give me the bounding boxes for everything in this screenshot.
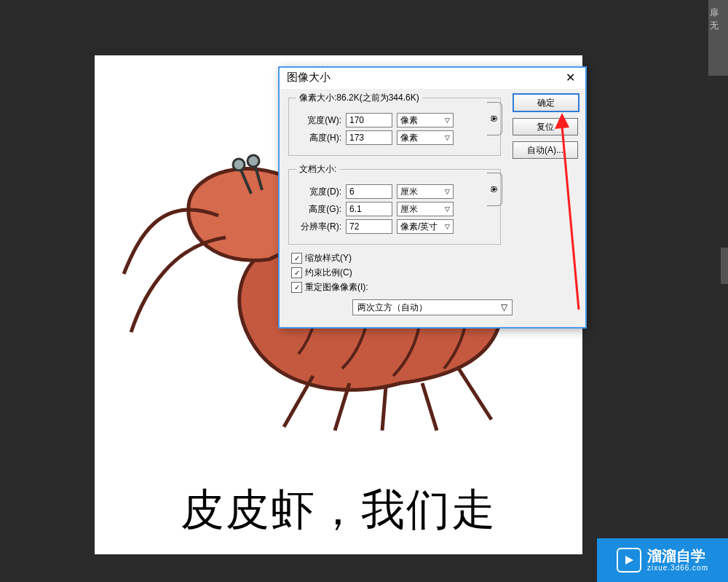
reset-button[interactable]: 复位 [513, 118, 578, 135]
constrain-label: 约束比例(C) [305, 267, 352, 279]
scale-styles-label: 缩放样式(Y) [305, 252, 352, 264]
meme-caption: 皮皮虾，我们走 [95, 481, 582, 540]
panel-text-2: 无 [710, 19, 727, 32]
select-value: 像素 [400, 114, 418, 127]
resample-checkbox[interactable]: ✓ [291, 282, 302, 293]
pixel-height-input[interactable] [346, 130, 392, 145]
doc-width-unit-select[interactable]: 厘米 ▽ [397, 184, 454, 199]
close-icon[interactable]: ✕ [563, 71, 578, 84]
watermark-brand: 溜溜自学 [647, 548, 708, 563]
svg-point-3 [248, 155, 259, 167]
panel-text-1: 扉 [710, 6, 727, 19]
resample-label: 重定图像像素(I): [305, 281, 368, 294]
doc-height-label: 高度(G): [296, 203, 341, 216]
watermark-badge: 溜溜自学 zixue.3d66.com [597, 538, 728, 582]
image-size-dialog: 图像大小 ✕ 确定 复位 自动(A)... 像素大小:86.2K(之前为344.… [278, 66, 587, 329]
doc-legend: 文档大小: [296, 163, 339, 176]
scale-styles-checkbox[interactable]: ✓ [291, 253, 302, 264]
resolution-input[interactable] [346, 219, 392, 234]
ok-button[interactable]: 确定 [513, 93, 579, 112]
svg-point-1 [233, 159, 245, 170]
resolution-label: 分辨率(R): [296, 221, 341, 233]
pixel-width-label: 宽度(W): [296, 114, 341, 127]
pixel-dimensions-group: 像素大小:86.2K(之前为344.6K) 宽度(W): 像素 ▽ 高度(H):… [288, 92, 501, 156]
watermark-url: zixue.3d66.com [647, 565, 708, 572]
chevron-down-icon: ▽ [445, 223, 450, 230]
doc-width-label: 宽度(D): [296, 186, 341, 198]
chevron-down-icon: ▽ [445, 188, 450, 195]
select-value: 厘米 [400, 203, 418, 216]
dialog-title: 图像大小 [287, 71, 331, 84]
select-value: 两次立方（自动） [357, 302, 427, 314]
play-icon [617, 548, 641, 573]
right-panel: 扉 无 [708, 0, 728, 76]
chevron-down-icon: ▽ [445, 134, 450, 141]
resolution-unit-select[interactable]: 像素/英寸 ▽ [397, 219, 454, 234]
doc-height-unit-select[interactable]: 厘米 ▽ [397, 202, 454, 216]
auto-button[interactable]: 自动(A)... [513, 141, 578, 159]
constrain-proportions-checkbox[interactable]: ✓ [291, 267, 302, 278]
pixel-height-label: 高度(H): [296, 132, 341, 144]
link-icon[interactable]: ֍ [487, 102, 502, 135]
select-value: 像素/英寸 [400, 221, 438, 233]
svg-marker-6 [625, 556, 633, 565]
select-value: 厘米 [400, 186, 418, 198]
doc-width-input[interactable] [346, 184, 392, 199]
select-value: 像素 [400, 132, 418, 144]
pixel-width-unit-select[interactable]: 像素 ▽ [397, 113, 454, 127]
chevron-down-icon: ▽ [501, 302, 507, 312]
pixel-legend: 像素大小:86.2K(之前为344.6K) [296, 92, 422, 104]
chevron-down-icon: ▽ [445, 205, 450, 213]
pixel-width-input[interactable] [346, 113, 392, 127]
doc-height-input[interactable] [346, 202, 392, 216]
resample-method-select[interactable]: 两次立方（自动） ▽ [352, 299, 513, 315]
right-panel-lower [721, 248, 728, 284]
document-size-group: 文档大小: 宽度(D): 厘米 ▽ 高度(G): 厘米 ▽ 分辨率(R): [288, 163, 501, 245]
pixel-height-unit-select[interactable]: 像素 ▽ [397, 130, 454, 145]
link-icon[interactable]: ֍ [487, 173, 502, 206]
dialog-titlebar[interactable]: 图像大小 ✕ [280, 68, 585, 89]
chevron-down-icon: ▽ [445, 117, 450, 124]
